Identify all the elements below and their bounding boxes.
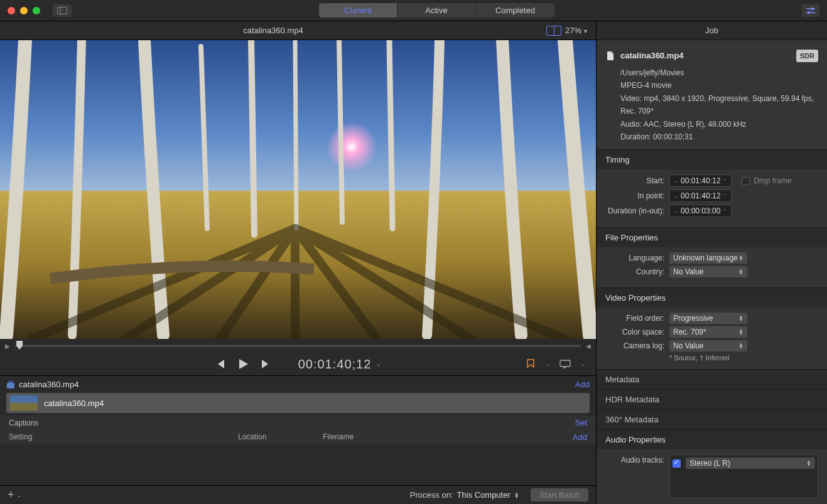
marker-button[interactable] <box>526 359 536 369</box>
window-controls <box>8 7 40 14</box>
language-value: Unknown language <box>673 254 738 262</box>
zoom-dropdown[interactable]: 27%▼ <box>565 26 588 35</box>
duration-stepper[interactable]: ⌄00:00:03:00⌃ <box>669 205 732 217</box>
timing-section: Timing Start: ⌄00:01:40:12⌃ Drop frame I… <box>597 150 827 228</box>
drop-frame-label: Drop frame <box>754 176 791 185</box>
compare-view-button[interactable] <box>546 26 561 36</box>
country-label: Country: <box>605 267 664 276</box>
language-label: Language: <box>605 254 664 262</box>
sliders-icon <box>806 7 816 14</box>
camera-log-select[interactable]: No Value▲▼ <box>669 340 747 351</box>
preview-image <box>0 40 596 339</box>
set-captions-button[interactable]: Set <box>575 418 587 427</box>
job-row[interactable]: catalina360.mp4 <box>6 393 590 413</box>
start-batch-button[interactable]: Start Batch <box>531 488 588 501</box>
captions-row: Captions Set <box>0 416 596 430</box>
add-batch-button[interactable]: Add <box>575 380 590 389</box>
scrubber[interactable]: ▶ ◀ <box>0 339 596 353</box>
360-metadata-section[interactable]: 360° Metadata <box>597 410 827 430</box>
comment-button[interactable] <box>559 360 571 368</box>
in-stepper[interactable]: ⌄00:01:40:12⌃ <box>669 190 732 202</box>
svg-point-4 <box>811 8 814 10</box>
job-info-block: catalina360.mp4 SDR /Users/jeffy/Movies … <box>597 40 827 150</box>
col-setting: Setting <box>9 432 238 442</box>
close-window-button[interactable] <box>8 7 15 14</box>
job-info-audio: Audio: AAC, Stereo (L R), 48.000 kHz <box>620 118 818 131</box>
chevron-down-icon[interactable]: ⌄ <box>546 361 551 367</box>
camera-log-value: No Value <box>673 341 703 350</box>
file-icon <box>605 51 615 61</box>
color-space-select[interactable]: Rec. 709*▲▼ <box>669 326 747 338</box>
timing-title: Timing <box>597 150 827 169</box>
zoom-value: 27% <box>565 26 581 35</box>
audio-properties-title: Audio Properties <box>597 430 827 449</box>
process-on-label: Process on: <box>410 490 453 500</box>
chevron-down-icon[interactable]: ⌄ <box>581 361 586 367</box>
job-filename: catalina360.mp4 <box>44 399 104 408</box>
sdr-badge: SDR <box>796 50 818 63</box>
preview-header: catalina360.mp4 27%▼ <box>0 21 596 40</box>
start-value: 00:01:40:12 <box>681 176 720 185</box>
zoom-window-button[interactable] <box>33 7 40 14</box>
preview-filename: catalina360.mp4 <box>0 26 546 35</box>
captions-label: Captions <box>9 419 570 427</box>
prev-frame-button[interactable] <box>214 358 225 370</box>
job-info-video: Video: mp4, 3840 x 1920, Progressive, Sq… <box>620 92 818 118</box>
tab-completed[interactable]: Completed <box>476 3 554 18</box>
language-select[interactable]: Unknown language▲▼ <box>669 252 747 264</box>
batch-empty-area <box>0 444 596 485</box>
column-headers: Setting Location Filename Add <box>0 430 596 444</box>
in-value: 00:01:40:12 <box>681 191 720 200</box>
color-space-label: Color space: <box>605 328 664 336</box>
add-menu-button[interactable]: +⌄ <box>8 488 22 501</box>
inspector-panel: Job catalina360.mp4 SDR /Users/jeffy/Mov… <box>596 21 827 504</box>
audio-track-select[interactable]: Stereo (L R)▲▼ <box>686 458 815 469</box>
batch-name: catalina360.mp4 <box>19 380 570 389</box>
tab-current[interactable]: Current <box>319 3 397 18</box>
country-select[interactable]: No Value▲▼ <box>669 266 747 277</box>
video-properties-section: Video Properties Field order: Progressiv… <box>597 288 827 370</box>
duration-label: Duration (in-out): <box>605 206 664 215</box>
timecode-display[interactable]: 00:01:40;12⌄ <box>298 357 382 372</box>
metadata-section[interactable]: Metadata <box>597 370 827 390</box>
chevron-down-icon: ▼ <box>583 28 588 35</box>
bottom-bar: +⌄ Process on: This Computer▲▼ Start Bat… <box>0 485 596 504</box>
scrubber-track[interactable] <box>15 345 581 347</box>
hdr-metadata-section[interactable]: HDR Metadata <box>597 390 827 410</box>
audio-tracks-list: Stereo (L R)▲▼ <box>669 454 818 498</box>
drop-frame-checkbox[interactable] <box>742 177 750 185</box>
duration-value: 00:00:03:00 <box>681 206 720 215</box>
country-value: No Value <box>673 267 703 276</box>
in-label: In point: <box>605 191 664 200</box>
title-bar: Current Active Completed <box>0 0 827 21</box>
timecode-value: 00:01:40;12 <box>298 357 372 372</box>
field-order-select[interactable]: Progressive▲▼ <box>669 313 747 324</box>
video-properties-title: Video Properties <box>597 288 827 308</box>
field-order-label: Field order: <box>605 314 664 323</box>
audio-tracks-label: Audio tracks: <box>605 454 664 464</box>
toggle-sidebar-button[interactable] <box>53 4 72 17</box>
minimize-window-button[interactable] <box>20 7 28 14</box>
add-output-button[interactable]: Add <box>573 432 587 442</box>
process-on-dropdown[interactable]: This Computer▲▼ <box>457 490 519 500</box>
toggle-inspector-button[interactable] <box>802 4 819 17</box>
tab-active[interactable]: Active <box>397 3 476 18</box>
svg-rect-0 <box>58 7 67 14</box>
audio-track-checkbox[interactable] <box>673 459 681 468</box>
svg-rect-17 <box>7 383 14 389</box>
play-button[interactable] <box>237 358 249 370</box>
next-frame-button[interactable] <box>261 358 272 370</box>
col-location: Location <box>238 432 323 442</box>
playhead-icon[interactable] <box>16 341 23 350</box>
svg-point-8 <box>327 122 377 172</box>
batch-area: catalina360.mp4 Add catalina360.mp4 Capt… <box>0 375 596 485</box>
batch-header: catalina360.mp4 Add <box>0 376 596 393</box>
job-thumbnail <box>10 395 38 410</box>
audio-track-value: Stereo (L R) <box>689 459 730 468</box>
col-filename: Filename <box>323 432 568 442</box>
out-handle-icon[interactable]: ◀ <box>586 343 591 350</box>
video-preview[interactable] <box>0 40 596 339</box>
in-handle-icon[interactable]: ▶ <box>5 343 10 350</box>
audio-properties-section: Audio Properties Audio tracks: Stereo (L… <box>597 430 827 504</box>
start-stepper[interactable]: ⌄00:01:40:12⌃ <box>669 174 732 187</box>
